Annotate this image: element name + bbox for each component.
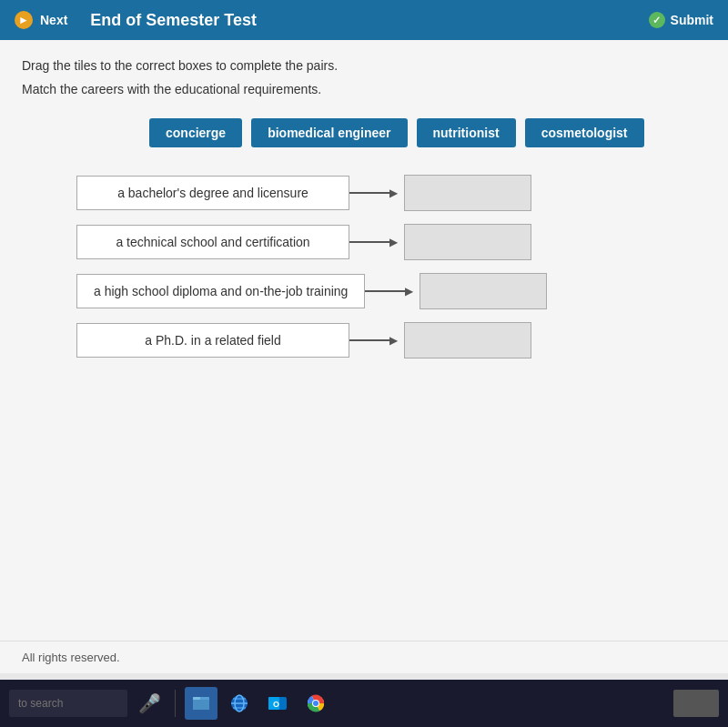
arrow-4 [349,334,404,347]
arrow-3 [365,285,420,298]
taskbar-end-area [673,690,719,717]
tile-biomedical-engineer[interactable]: biomedical engineer [251,118,407,147]
pair-row-1: a bachelor's degree and licensure [76,175,706,211]
footer: All rights reserved. [0,641,728,673]
tile-nutritionist[interactable]: nutritionist [417,118,516,147]
svg-rect-1 [193,700,209,710]
next-label[interactable]: Next [40,13,67,27]
tile-concierge[interactable]: concierge [149,118,242,147]
taskbar: 🎤 O [0,680,728,727]
next-icon: ► [15,11,33,29]
drop-box-2[interactable] [404,224,531,260]
drop-box-4[interactable] [404,322,531,358]
search-input[interactable] [9,690,127,717]
top-bar: ► Next End of Semester Test ✓ Submit [0,0,728,40]
main-content: Drag the tiles to the correct boxes to c… [0,40,728,641]
taskbar-file-manager-icon[interactable] [185,687,217,720]
svg-text:O: O [273,700,279,709]
instruction-match: Match the careers with the educational r… [22,82,706,96]
drop-box-3[interactable] [420,273,547,309]
taskbar-chrome-icon[interactable] [299,687,332,720]
pair-row-4: a Ph.D. in a related field [76,322,706,358]
pairs-container: a bachelor's degree and licensure a tech… [76,175,706,358]
pair-label-3: a high school diploma and on-the-job tra… [76,274,365,308]
pair-label-2: a technical school and certification [76,225,349,259]
pair-row-2: a technical school and certification [76,224,706,260]
pair-row-3: a high school diploma and on-the-job tra… [76,273,706,309]
taskbar-outlook-icon[interactable]: O [261,687,294,720]
rights-text: All rights reserved. [22,651,120,664]
drop-box-1[interactable] [404,175,531,211]
arrow-1 [349,187,404,199]
pair-label-1: a bachelor's degree and licensure [76,176,349,210]
pair-label-4: a Ph.D. in a related field [76,323,349,358]
svg-rect-2 [193,697,200,700]
submit-icon: ✓ [649,12,665,28]
tile-cosmetologist[interactable]: cosmetologist [525,118,644,147]
submit-button[interactable]: ✓ Submit [649,12,713,28]
taskbar-mic-icon[interactable]: 🎤 [133,687,166,720]
test-title: End of Semester Test [90,11,257,30]
tiles-container: concierge biomedical engineer nutritioni… [149,118,706,147]
taskbar-internet-explorer-icon[interactable] [223,687,256,720]
instruction-drag: Drag the tiles to the correct boxes to c… [22,58,706,73]
taskbar-separator-1 [175,690,176,717]
top-bar-left: ► Next End of Semester Test [15,11,257,30]
svg-point-13 [313,701,318,706]
arrow-2 [349,236,404,248]
